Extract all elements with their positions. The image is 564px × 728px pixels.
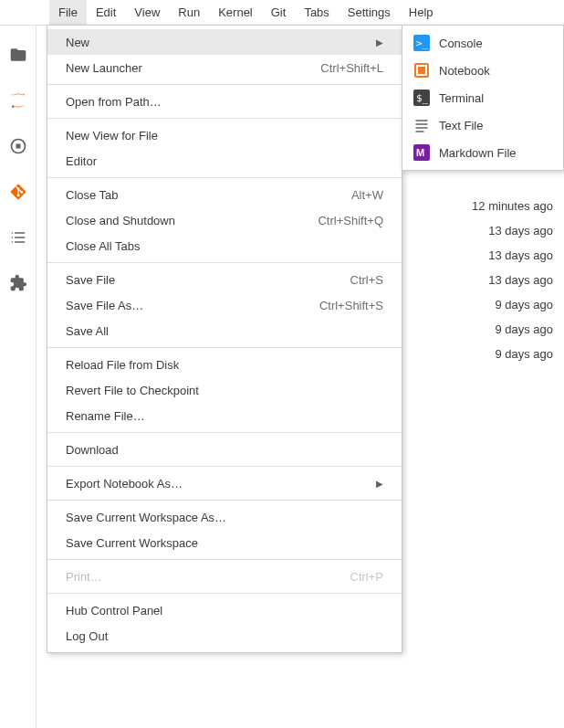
timestamp: 9 days ago (495, 298, 553, 311)
submenu-item-console[interactable]: >_ Console (402, 29, 563, 57)
menu-item-new-launcher[interactable]: New Launcher Ctrl+Shift+L (47, 55, 402, 80)
menu-item-print: Print… Ctrl+P (47, 564, 402, 589)
svg-point-10 (11, 241, 13, 243)
svg-point-8 (11, 232, 13, 234)
submenu-item-markdown[interactable]: M Markdown File (402, 139, 563, 166)
menu-separator (47, 432, 402, 433)
git-icon[interactable] (9, 183, 27, 201)
svg-point-0 (22, 93, 24, 95)
timestamp: 13 days ago (488, 248, 553, 262)
svg-point-2 (11, 94, 12, 96)
timestamp: 13 days ago (488, 224, 553, 237)
menu-item-save-all[interactable]: Save All (47, 318, 402, 343)
svg-text:$_: $_ (416, 92, 429, 104)
menu-item-save-workspace-as[interactable]: Save Current Workspace As… (47, 504, 402, 530)
svg-point-9 (11, 237, 13, 238)
menu-kernel[interactable]: Kernel (209, 0, 262, 25)
menu-item-close-tab[interactable]: Close Tab Alt+W (47, 182, 402, 207)
chevron-right-icon: ▶ (376, 479, 383, 489)
menu-item-close-all-tabs[interactable]: Close All Tabs (47, 233, 402, 258)
menu-item-hub-control-panel[interactable]: Hub Control Panel (47, 597, 402, 623)
menu-separator (47, 262, 402, 263)
menu-item-new[interactable]: New ▶ (47, 29, 402, 55)
menu-view[interactable]: View (125, 0, 169, 25)
menu-item-download[interactable]: Download (47, 437, 402, 462)
menu-item-rename-file[interactable]: Rename File… (47, 403, 402, 428)
menu-git[interactable]: Git (262, 0, 296, 25)
menu-file[interactable]: File (49, 0, 87, 25)
notebook-icon (413, 62, 430, 79)
chevron-right-icon: ▶ (376, 37, 383, 47)
svg-text:>_: >_ (416, 37, 429, 49)
svg-rect-4 (16, 144, 20, 149)
menu-item-open-from-path[interactable]: Open from Path… (47, 89, 402, 114)
textfile-icon (413, 117, 430, 133)
markdown-icon: M (413, 144, 430, 161)
menu-edit[interactable]: Edit (87, 0, 125, 25)
toc-icon[interactable] (9, 228, 27, 247)
submenu-item-textfile[interactable]: Text File (402, 111, 563, 139)
menu-separator (47, 347, 402, 348)
timestamp: 12 minutes ago (472, 199, 553, 213)
svg-text:M: M (416, 147, 424, 158)
menu-item-log-out[interactable]: Log Out (47, 623, 402, 649)
menu-item-save-workspace[interactable]: Save Current Workspace (47, 530, 402, 555)
file-menu-panel: New ▶ New Launcher Ctrl+Shift+L Open fro… (47, 25, 402, 653)
submenu-item-terminal[interactable]: $_ Terminal (402, 84, 563, 111)
menu-item-editor[interactable]: Editor (47, 148, 402, 174)
menu-help[interactable]: Help (400, 0, 443, 25)
terminal-icon: $_ (413, 90, 430, 106)
menu-item-revert-checkpoint[interactable]: Revert File to Checkpoint (47, 377, 402, 403)
menu-item-save-file-as[interactable]: Save File As… Ctrl+Shift+S (47, 292, 402, 318)
running-icon[interactable] (9, 137, 27, 155)
menu-separator (47, 466, 402, 467)
timestamps-column: 12 minutes ago 13 days ago 13 days ago 1… (472, 199, 553, 361)
menu-item-export-notebook[interactable]: Export Notebook As… ▶ (47, 470, 402, 496)
folder-icon[interactable] (9, 46, 27, 64)
timestamp: 9 days ago (495, 347, 553, 361)
timestamp: 13 days ago (488, 273, 553, 287)
menu-settings[interactable]: Settings (339, 0, 400, 25)
menu-item-reload-file[interactable]: Reload File from Disk (47, 352, 402, 377)
menu-separator (47, 559, 402, 560)
menu-tabs[interactable]: Tabs (295, 0, 338, 25)
menu-item-close-shutdown[interactable]: Close and Shutdown Ctrl+Shift+Q (47, 207, 402, 233)
jupyter-logo-icon[interactable] (9, 91, 27, 110)
console-icon: >_ (413, 35, 430, 51)
menu-separator (47, 177, 402, 178)
menu-item-new-view[interactable]: New View for File (47, 122, 402, 148)
menu-separator (47, 593, 402, 594)
new-submenu-panel: >_ Console Notebook $_ Terminal Text Fil… (402, 25, 564, 171)
submenu-item-notebook[interactable]: Notebook (402, 57, 563, 84)
menu-separator (47, 500, 402, 501)
timestamp: 9 days ago (495, 322, 553, 336)
svg-point-1 (12, 106, 14, 108)
extension-icon[interactable] (9, 274, 27, 292)
menu-run[interactable]: Run (169, 0, 209, 25)
menu-separator (47, 84, 402, 85)
menu-item-save-file[interactable]: Save File Ctrl+S (47, 267, 402, 292)
svg-rect-14 (418, 67, 425, 74)
menu-separator (47, 118, 402, 119)
activity-bar (0, 26, 37, 728)
menubar: File Edit View Run Kernel Git Tabs Setti… (0, 0, 564, 26)
